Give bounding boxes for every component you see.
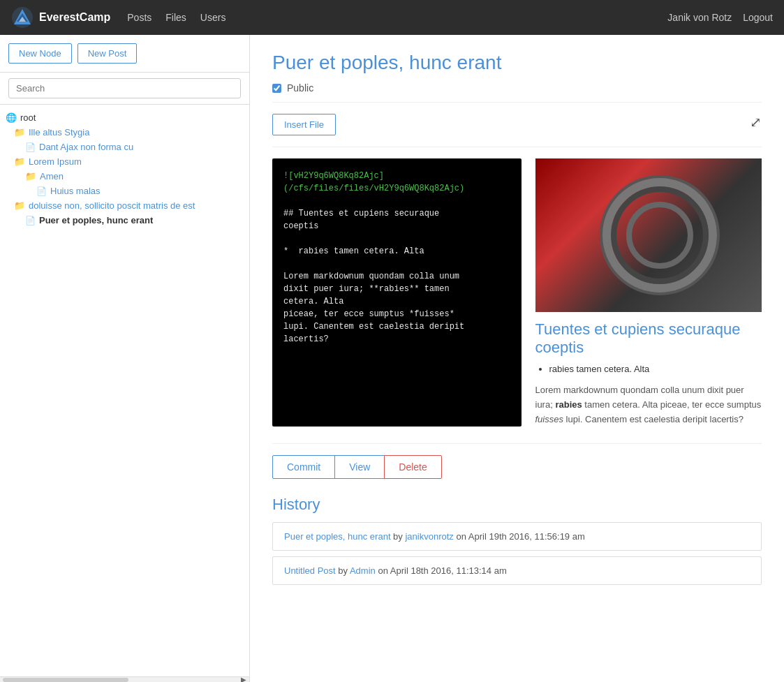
nav-links: Posts Files Users <box>127 12 667 23</box>
tree-label-root: root <box>20 112 36 123</box>
logout-link[interactable]: Logout <box>743 12 773 23</box>
expand-button[interactable]: ⤢ <box>750 114 762 131</box>
history-entry-1-date: April 18th 2016, 11:13:14 am <box>390 565 507 576</box>
delete-button[interactable]: Delete <box>384 455 441 479</box>
tree-item-doluisse[interactable]: doluisse non, sollicito poscit matris de… <box>0 198 249 213</box>
navbar-right: Janik von Rotz Logout <box>667 12 773 23</box>
doc-icon-puer <box>25 216 36 225</box>
folder-icon <box>14 127 25 138</box>
sidebar: New Node New Post root Ille altus Stygia… <box>0 35 250 682</box>
folder-icon-doluisse <box>14 200 25 211</box>
preview-list: rabies tamen cetera. Alta <box>549 364 762 376</box>
history-entry-0-text: Puer et poples, hunc erant by janikvonro… <box>284 531 585 542</box>
new-post-button[interactable]: New Post <box>77 43 138 64</box>
nav-files[interactable]: Files <box>165 12 186 23</box>
tree-link-doluisse[interactable]: doluisse non, sollicito poscit matris de… <box>29 200 195 211</box>
scrollbar-thumb <box>3 678 128 682</box>
history-entry-0-author[interactable]: janikvonrotz <box>405 531 453 542</box>
folder-icon-lorem <box>14 156 25 167</box>
globe-icon <box>6 112 17 123</box>
scrollbar-arrow-icon[interactable]: ▶ <box>241 676 246 682</box>
tree-item-ille[interactable]: Ille altus Stygia <box>0 125 249 140</box>
preview-panel: Tuentes et cupiens securaque coeptis rab… <box>535 158 762 427</box>
post-meta: Public <box>272 82 762 103</box>
scrollbar[interactable]: ▶ <box>0 676 249 682</box>
tree-link-lorem[interactable]: Lorem Ipsum <box>29 156 82 167</box>
search-input[interactable] <box>8 78 241 98</box>
folder-icon-amen <box>25 171 36 181</box>
commit-button[interactable]: Commit <box>272 455 335 479</box>
public-checkbox[interactable] <box>272 84 281 93</box>
tree-link-ille[interactable]: Ille altus Stygia <box>29 127 89 138</box>
tree-item-lorem[interactable]: Lorem Ipsum <box>0 154 249 169</box>
nav-posts[interactable]: Posts <box>127 12 151 23</box>
navbar: EverestCamp Posts Files Users Janik von … <box>0 0 784 35</box>
action-buttons: Commit View Delete <box>272 443 762 479</box>
search-box <box>0 73 249 105</box>
tree-item-dant[interactable]: Dant Ajax non forma cu <box>0 140 249 154</box>
history-entry-0-title[interactable]: Puer et poples, hunc erant <box>284 531 391 542</box>
public-label: Public <box>287 82 313 94</box>
tree-item-amen[interactable]: Amen <box>0 169 249 184</box>
insert-file-section: ⤢ Insert File <box>272 114 762 135</box>
tree-label-puer: Puer et poples, hunc erant <box>39 215 153 225</box>
content-area: Puer et poples, hunc erant Public ⤢ Inse… <box>250 35 784 682</box>
preview-heading: Tuentes et cupiens securaque coeptis <box>535 320 762 357</box>
post-title: Puer et poples, hunc erant <box>272 52 762 74</box>
history-entry-1-text: Untitled Post by Admin on April 18th 201… <box>284 565 507 576</box>
history-title: History <box>272 496 762 514</box>
preview-list-item: rabies tamen cetera. Alta <box>549 364 762 374</box>
insert-file-button[interactable]: Insert File <box>272 114 336 135</box>
tree-link-amen[interactable]: Amen <box>40 171 64 181</box>
history-entry-0: Puer et poples, hunc erant by janikvonro… <box>272 522 762 551</box>
tree-link-dant[interactable]: Dant Ajax non forma cu <box>39 142 133 152</box>
history-entry-1-title[interactable]: Untitled Post <box>284 565 336 576</box>
main-layout: New Node New Post root Ille altus Stygia… <box>0 35 784 682</box>
tree-item-puer[interactable]: Puer et poples, hunc erant <box>0 213 249 228</box>
sidebar-toolbar: New Node New Post <box>0 35 249 73</box>
preview-paragraph: Lorem markdownum quondam colla unum dixi… <box>535 383 762 427</box>
tree-link-huius[interactable]: Huius malas <box>50 186 101 196</box>
tree-item-root[interactable]: root <box>0 110 249 125</box>
tree-container: root Ille altus Stygia Dant Ajax non for… <box>0 105 249 676</box>
history-entry-1: Untitled Post by Admin on April 18th 201… <box>272 556 762 585</box>
brand: EverestCamp <box>11 6 110 29</box>
history-entry-0-date: April 19th 2016, 11:56:19 am <box>468 531 585 542</box>
doc-icon-huius <box>36 186 47 196</box>
editor-preview-wrap: ![vH2Y9q6WQ8Kq82Ajc] (/cfs/files/files/v… <box>272 147 762 427</box>
doc-icon <box>25 142 36 152</box>
brand-logo-icon <box>11 6 34 29</box>
new-node-button[interactable]: New Node <box>8 43 72 64</box>
view-button[interactable]: View <box>334 455 385 479</box>
code-editor[interactable]: ![vH2Y9q6WQ8Kq82Ajc] (/cfs/files/files/v… <box>272 158 522 427</box>
tree-item-huius[interactable]: Huius malas <box>0 184 249 198</box>
history-entry-1-author[interactable]: Admin <box>350 565 376 576</box>
preview-image <box>535 158 762 312</box>
username: Janik von Rotz <box>667 12 732 23</box>
nav-users[interactable]: Users <box>200 12 226 23</box>
brand-name: EverestCamp <box>39 11 110 24</box>
